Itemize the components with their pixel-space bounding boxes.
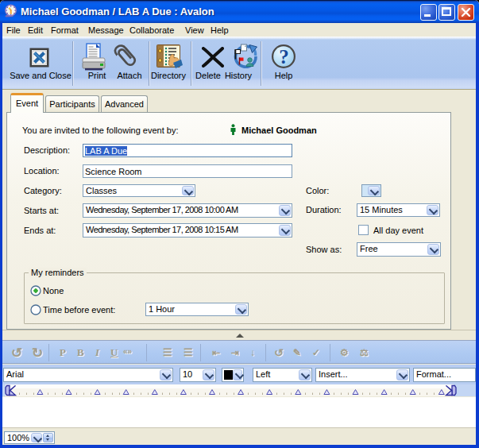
svg-text:?: ? bbox=[279, 46, 289, 68]
